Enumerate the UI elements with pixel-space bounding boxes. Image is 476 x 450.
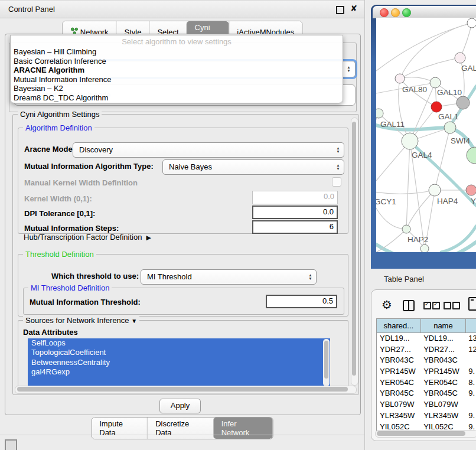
table-row[interactable]: YBL079WYBL079W bbox=[377, 399, 476, 410]
network-edge[interactable] bbox=[376, 190, 435, 194]
attribute-item-selected[interactable]: gal4RGexp bbox=[28, 367, 330, 377]
network-node[interactable] bbox=[395, 74, 405, 83]
network-edge[interactable] bbox=[441, 226, 476, 252]
table-row[interactable]: YBR045CYBR045C9. bbox=[377, 388, 476, 399]
network-edge[interactable] bbox=[406, 141, 410, 229]
network-node[interactable] bbox=[420, 244, 429, 252]
mi-steps-field[interactable]: 6 bbox=[252, 220, 338, 234]
hub-definition-toggle[interactable]: Hub/Transcription Factor Definition▶ bbox=[24, 233, 151, 242]
algorithm-option[interactable]: Bayesian – K2 bbox=[11, 84, 343, 93]
bottom-tab-discretize-data[interactable]: Discretize Data bbox=[147, 418, 213, 439]
table-row[interactable]: YBR043CYBR043C bbox=[377, 355, 476, 366]
deselect-all-checkbox-icon[interactable] bbox=[444, 302, 451, 309]
which-threshold-combo[interactable]: MI Threshold ▲▼ bbox=[141, 269, 317, 285]
deselect-all-checkbox-icon[interactable] bbox=[452, 302, 460, 309]
algorithm-option[interactable]: Basic Correlation Inference bbox=[11, 57, 343, 66]
mi-type-combo[interactable]: Naive Bayes ▲▼ bbox=[162, 159, 344, 175]
column-layout-icon[interactable] bbox=[403, 300, 415, 311]
column-header[interactable]: shared... bbox=[377, 319, 421, 332]
combo-down-arrow-icon: ▼ bbox=[336, 150, 340, 154]
node-label: GAL11 bbox=[380, 120, 405, 129]
network-node[interactable] bbox=[467, 18, 476, 28]
node-label: HAP4 bbox=[437, 197, 458, 206]
network-window-titlebar[interactable] bbox=[373, 6, 476, 18]
table-cell: YBL079W bbox=[377, 399, 420, 410]
column-header[interactable]: name bbox=[421, 319, 467, 332]
network-edge[interactable] bbox=[400, 58, 460, 79]
scrollbar-thumb[interactable] bbox=[17, 387, 348, 392]
network-canvas[interactable]: GALGAL80GAL10GAL1GAL11SWI4GAL4GCY1HAP4YH… bbox=[376, 18, 476, 252]
network-edge[interactable] bbox=[376, 191, 406, 229]
settings-horizontal-scrollbar[interactable] bbox=[15, 386, 357, 394]
algorithm-option[interactable]: Mutual Information Inference bbox=[11, 75, 343, 84]
sources-legend-label: Sources for Network Inference bbox=[25, 316, 129, 325]
network-graph: GALGAL80GAL10GAL1GAL11SWI4GAL4GCY1HAP4YH… bbox=[376, 18, 476, 252]
bottom-tab-impute-data[interactable]: Impute Data bbox=[92, 418, 147, 439]
network-node[interactable] bbox=[376, 109, 383, 118]
network-node[interactable] bbox=[466, 185, 476, 195]
list-vertical-scrollbar[interactable] bbox=[323, 339, 330, 386]
network-edge[interactable] bbox=[435, 128, 450, 190]
table-row[interactable]: YDR27...YDR27...12 bbox=[377, 344, 476, 356]
table-row[interactable]: YDL19...YDL19...13 bbox=[377, 333, 476, 344]
cyni-algorithm-settings-group: Cyni Algorithm Settings Algorithm Defini… bbox=[12, 114, 359, 395]
apply-button[interactable]: Apply bbox=[159, 399, 201, 413]
network-node[interactable] bbox=[455, 53, 465, 63]
network-window[interactable]: GALGAL80GAL10GAL1GAL11SWI4GAL4GCY1HAP4YH… bbox=[371, 5, 476, 269]
new-table-icon[interactable] bbox=[468, 297, 476, 311]
scrollbar-thumb[interactable] bbox=[352, 122, 356, 376]
aracne-mode-combo[interactable]: Discovery ▲▼ bbox=[73, 142, 344, 158]
algorithm-option[interactable]: Dream8 DC_TDC Algorithm bbox=[11, 93, 343, 103]
manual-kernel-checkbox[interactable] bbox=[332, 177, 341, 187]
table-row[interactable]: YPR145WYPR145W9. bbox=[377, 366, 476, 377]
kernel-width-label: Kernel Width (0,1): bbox=[24, 194, 92, 203]
bottom-tab-infer-network[interactable]: Infer Network bbox=[213, 418, 273, 439]
sources-legend[interactable]: Sources for Network Inference ▼ bbox=[23, 316, 139, 325]
table-row[interactable]: YER054CYER054C8. bbox=[377, 377, 476, 389]
network-edge[interactable] bbox=[406, 190, 435, 229]
table-cell: YDR27... bbox=[377, 344, 420, 356]
column-header[interactable]: A bbox=[466, 319, 476, 332]
algorithm-option[interactable]: Bayesian – Hill Climbing bbox=[11, 47, 343, 57]
scrollbar-thumb[interactable] bbox=[377, 431, 465, 436]
settings-legend: Cyni Algorithm Settings bbox=[18, 110, 102, 119]
attribute-item-selected[interactable]: BetweennessCentrality bbox=[28, 358, 330, 367]
table-horizontal-scrollbar[interactable] bbox=[375, 430, 476, 438]
network-node[interactable] bbox=[467, 147, 476, 164]
network-edge[interactable] bbox=[376, 141, 410, 191]
network-node[interactable] bbox=[402, 225, 410, 233]
network-node[interactable] bbox=[429, 184, 441, 196]
screen: Control Panel ✘ NetworkStyleSelectCyni T… bbox=[0, 0, 476, 450]
data-attributes-list[interactable]: SelfLoopsTopologicalCoefficientBetweenne… bbox=[28, 338, 330, 387]
close-icon[interactable]: ✘ bbox=[350, 4, 357, 13]
float-window-icon[interactable] bbox=[336, 6, 344, 14]
table-cell: YBR043C bbox=[420, 355, 465, 366]
table-cell: YDR27... bbox=[420, 344, 465, 356]
dpi-tolerance-field[interactable]: 0.0 bbox=[252, 206, 338, 219]
attribute-item-selected[interactable]: SelfLoops bbox=[28, 338, 330, 348]
network-node[interactable] bbox=[431, 102, 442, 112]
algorithm-option[interactable]: ARACNE Algorithm bbox=[11, 66, 343, 75]
minimized-widget[interactable] bbox=[5, 439, 17, 450]
network-node[interactable] bbox=[402, 133, 418, 149]
network-node[interactable] bbox=[444, 122, 456, 133]
close-traffic-light-icon[interactable] bbox=[380, 8, 389, 17]
settings-vertical-scrollbar[interactable] bbox=[351, 118, 358, 386]
table-row[interactable]: YLR345WYLR345W9. bbox=[377, 410, 476, 422]
zoom-traffic-light-icon[interactable] bbox=[402, 8, 411, 17]
scrollbar-thumb[interactable] bbox=[324, 341, 328, 379]
network-node[interactable] bbox=[430, 77, 441, 88]
minimize-traffic-light-icon[interactable] bbox=[391, 8, 400, 17]
node-attribute-table: shared...nameA YDL19...YDL19...13YDR27..… bbox=[376, 318, 476, 433]
network-node[interactable] bbox=[457, 96, 470, 109]
kernel-width-field[interactable]: 0.0 bbox=[252, 191, 338, 204]
select-all-checkbox-icon[interactable]: ✓ bbox=[423, 302, 431, 309]
dpi-tolerance-label: DPI Tolerance [0,1]: bbox=[24, 209, 95, 218]
combo-down-arrow-icon: ▼ bbox=[347, 69, 350, 73]
mi-threshold-field[interactable]: 0.5 bbox=[266, 295, 337, 308]
table-cell: YLR345W bbox=[420, 410, 465, 422]
select-all-checkbox-icon[interactable]: ✓ bbox=[432, 302, 440, 309]
attribute-item-selected[interactable]: TopologicalCoefficient bbox=[28, 348, 330, 357]
algorithm-definition-group: Algorithm Definition Aracne Mode: Discov… bbox=[18, 128, 348, 234]
gear-icon[interactable]: ⚙ bbox=[382, 298, 392, 312]
